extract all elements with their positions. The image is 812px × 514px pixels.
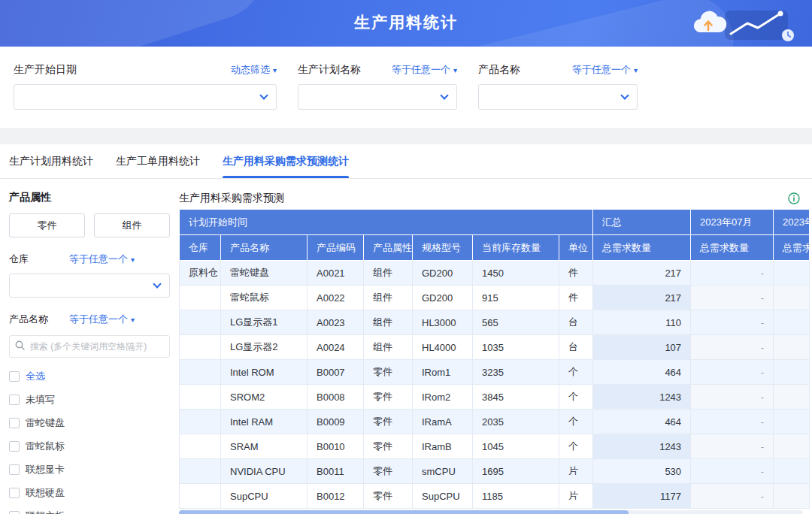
table-cell (774, 335, 810, 360)
table-cell (180, 484, 221, 509)
table-cell: HL4000 (413, 335, 473, 360)
table-cell: smCPU (413, 459, 473, 484)
table-cell: 原料仓 (180, 261, 221, 286)
table-cell (180, 286, 221, 310)
scrollbar-thumb[interactable] (179, 510, 629, 514)
checkbox[interactable] (9, 418, 20, 428)
table-cell: NVIDIA CPU (221, 459, 308, 484)
checkbox[interactable] (9, 464, 20, 475)
attribute-button-parts[interactable]: 零件 (9, 213, 85, 237)
caret-down-icon: ▾ (453, 66, 457, 74)
table-cell: 片 (559, 459, 593, 484)
col-warehouse: 仓库 (180, 235, 221, 261)
table-cell: A0024 (308, 335, 364, 360)
checkbox[interactable] (9, 488, 20, 498)
table-row[interactable]: LG显示器2A0024组件HL40001035台107- (180, 335, 810, 360)
table-cell: - (691, 484, 774, 509)
group-header-summary: 汇总 (593, 210, 691, 235)
group-header-row: 计划开始时间 汇总 2023年07月 2023年 (180, 210, 810, 235)
chevron-down-icon (620, 91, 629, 99)
table-row[interactable]: LG显示器1A0023组件HL3000565台110- (180, 310, 810, 335)
table-cell (180, 360, 221, 385)
table-cell: 零件 (364, 484, 413, 509)
section-divider (0, 128, 812, 144)
checkbox-item[interactable]: 联想显卡 (9, 463, 170, 476)
table-cell: 2035 (473, 410, 559, 434)
tab-workorder-material[interactable]: 生产工单用料统计 (116, 144, 200, 178)
checkbox-label: 雷蛇键盘 (26, 416, 65, 430)
group-header-month: 2023年07月 (691, 210, 774, 235)
col-product-code: 产品编码 (308, 235, 364, 261)
table-cell: A0023 (308, 310, 364, 335)
checkbox-item[interactable]: 联想主板 (9, 509, 170, 514)
horizontal-scrollbar[interactable] (179, 510, 803, 514)
table-cell: 台 (559, 310, 593, 335)
attribute-button-components[interactable]: 组件 (94, 213, 170, 237)
forecast-panel: 生产用料采购需求预测 计划开始时间 汇总 2023年07月 2023年 (179, 179, 812, 514)
table-cell: - (691, 310, 774, 335)
table-cell: 3845 (473, 385, 559, 410)
table-cell: 1035 (473, 335, 559, 360)
table-title: 生产用料采购需求预测 (179, 192, 284, 205)
table-cell: - (691, 410, 774, 434)
table-cell: - (691, 286, 774, 310)
forecast-table: 计划开始时间 汇总 2023年07月 2023年 仓库 产品名称 产品编码 产品… (179, 209, 810, 509)
caret-down-icon: ▾ (131, 255, 135, 264)
tab-bar: 生产计划用料统计 生产工单用料统计 生产用料采购需求预测统计 (0, 144, 812, 179)
info-icon[interactable] (788, 192, 800, 204)
column-header-row: 仓库 产品名称 产品编码 产品属性 规格型号 当前库存数量 单位 总需求数量 总… (180, 235, 810, 261)
table-cell: 3235 (473, 360, 559, 385)
filter-group-product-name: 产品名称 等于任意一个▾ (478, 63, 638, 128)
group-header-month-cut: 2023年 (774, 210, 810, 235)
table-cell: SupCPU (413, 484, 473, 509)
table-row[interactable]: SupCPUB0012零件SupCPU1185片1177- (180, 484, 810, 509)
product-name-select[interactable] (478, 84, 638, 110)
table-row[interactable]: 雷蛇鼠标A0022组件GD200915件217- (180, 286, 810, 310)
table-row[interactable]: Intel ROMB0007零件IRom13235个464- (180, 360, 810, 385)
table-cell: GD200 (413, 286, 473, 310)
table-cell: 个 (559, 434, 593, 459)
filter-operator-dropdown[interactable]: 等于任意一个▾ (572, 63, 638, 77)
table-cell (774, 434, 810, 459)
filter-operator-dropdown[interactable]: 等于任意一个▾ (392, 63, 457, 77)
checkbox-item[interactable]: 未填写 (9, 393, 170, 407)
warehouse-select[interactable] (9, 274, 170, 298)
checkbox-item[interactable]: 雷蛇鼠标 (9, 440, 170, 453)
table-cell: 个 (559, 385, 593, 410)
col-unit: 单位 (559, 235, 593, 261)
table-cell: Intel ROM (221, 360, 308, 385)
table-row[interactable]: SRAMB0010零件IRamB1045个1243- (180, 434, 810, 459)
table-cell: GD200 (413, 261, 473, 286)
checkbox[interactable] (9, 395, 20, 405)
table-cell: LG显示器1 (221, 310, 308, 335)
product-operator-dropdown[interactable]: 等于任意一个▾ (69, 313, 135, 326)
table-row[interactable]: SROM2B0008零件IRom23845个1243- (180, 385, 810, 410)
plan-name-select[interactable] (298, 84, 457, 110)
filter-operator-dropdown[interactable]: 动态筛选▾ (231, 63, 277, 77)
col-spec-model: 规格型号 (413, 235, 473, 261)
table-row[interactable]: NVIDIA CPUB0011零件smCPU1695片530- (180, 459, 810, 484)
checkbox-item[interactable]: 雷蛇键盘 (9, 416, 170, 430)
checkbox-item[interactable]: 联想硬盘 (9, 486, 170, 500)
table-cell: B0007 (308, 360, 364, 385)
search-icon (15, 340, 25, 350)
table-row[interactable]: 原料仓雷蛇键盘A0021组件GD2001450件217- (180, 261, 810, 286)
checkbox-label: 联想显卡 (26, 463, 65, 476)
table-cell: 零件 (364, 410, 413, 434)
table-cell: SRAM (221, 434, 308, 459)
filter-group-start-date: 生产开始日期 动态筛选▾ (14, 63, 277, 128)
checkbox[interactable] (9, 511, 20, 514)
col-total-demand-cut: 总需求数量 (774, 235, 810, 261)
table-row[interactable]: Intel RAMB0009零件IRamA2035个464- (180, 410, 810, 434)
tab-purchase-forecast[interactable]: 生产用料采购需求预测统计 (223, 144, 349, 178)
checkbox[interactable] (9, 441, 20, 452)
start-date-select[interactable] (14, 84, 277, 110)
select-all-label: 全选 (26, 370, 45, 383)
checkbox[interactable] (9, 371, 20, 382)
warehouse-operator-dropdown[interactable]: 等于任意一个▾ (69, 252, 135, 266)
product-search-input[interactable] (9, 335, 170, 358)
select-all-item[interactable]: 全选 (9, 370, 170, 383)
table-cell: 915 (473, 286, 559, 310)
filter-label: 生产开始日期 (14, 63, 77, 77)
tab-plan-material[interactable]: 生产计划用料统计 (9, 144, 93, 178)
